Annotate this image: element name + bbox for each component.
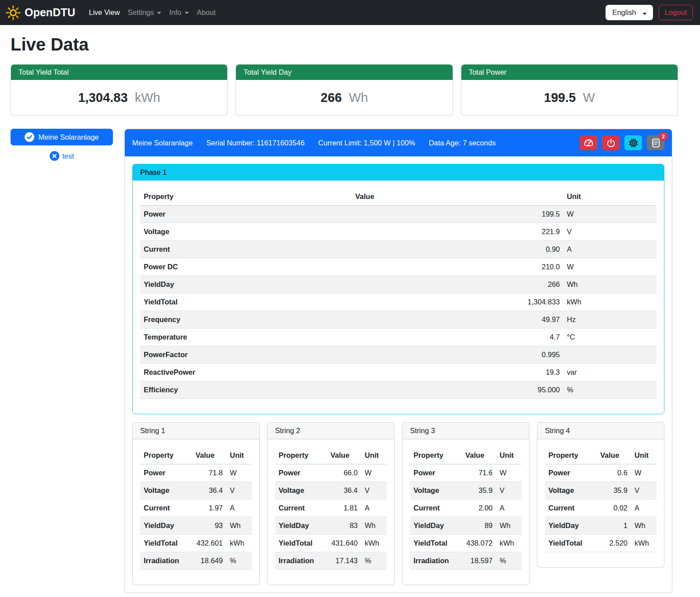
- property-unit: %: [563, 381, 656, 399]
- strings-grid: String 1 Property Value Unit Power71.8WV…: [132, 422, 664, 585]
- property-unit: [563, 346, 656, 364]
- property-name: Current: [545, 499, 597, 517]
- chevron-down-icon: [642, 13, 647, 15]
- sidebar-item-label: Meine Solaranlage: [38, 133, 99, 141]
- summary-card-title: Total Yield Total: [11, 65, 227, 80]
- table-row: Current1.81A: [275, 499, 387, 517]
- property-name: Power: [410, 464, 462, 482]
- column-header-value: Value: [327, 447, 361, 464]
- summary-card-title: Total Yield Day: [236, 65, 452, 80]
- property-unit: kWh: [226, 535, 252, 552]
- property-unit: Wh: [563, 276, 656, 293]
- property-value: 438.072: [462, 535, 496, 552]
- table-row: Irradiation18.597%: [410, 552, 522, 570]
- sidebar-item-selected-inverter[interactable]: Meine Solaranlage: [11, 129, 113, 145]
- sidebar-item-test-inverter[interactable]: test: [11, 151, 113, 161]
- property-name: Power DC: [140, 258, 352, 276]
- language-selected-value: English: [612, 8, 636, 16]
- table-row: Temperature4.7°C: [140, 329, 656, 346]
- string-card: String 2 Property Value Unit Power66.0WV…: [267, 422, 395, 585]
- navbar-right: English Logout: [606, 5, 693, 20]
- property-name: YieldTotal: [545, 535, 597, 552]
- property-unit: A: [361, 499, 387, 517]
- table-row: YieldDay83Wh: [275, 517, 387, 535]
- property-unit: °C: [563, 329, 656, 346]
- nav-item-info[interactable]: Info: [165, 5, 193, 20]
- column-header-value: Value: [192, 447, 226, 464]
- logout-button[interactable]: Logout: [659, 5, 693, 20]
- string-card-title: String 3: [403, 423, 529, 439]
- property-name: Voltage: [140, 482, 192, 499]
- brand[interactable]: OpenDTU: [6, 5, 75, 20]
- summary-card-body: 1,304.83 kWh: [11, 80, 227, 116]
- property-unit: W: [496, 464, 522, 482]
- property-unit: V: [496, 482, 522, 499]
- chevron-down-icon: [185, 12, 189, 14]
- property-unit: W: [563, 206, 656, 223]
- summary-card-total-yield-total: Total Yield Total 1,304.83 kWh: [11, 64, 228, 116]
- language-select[interactable]: English: [606, 5, 653, 20]
- property-value: 71.6: [462, 464, 496, 482]
- property-unit: Wh: [226, 517, 252, 535]
- column-header-unit: Unit: [361, 447, 387, 464]
- property-name: Voltage: [545, 482, 597, 499]
- property-value: 83: [327, 517, 361, 535]
- table-row: Power0.6W: [545, 464, 656, 482]
- property-value: 266: [352, 276, 564, 293]
- table-row: YieldTotal1,304.833kWh: [140, 293, 656, 311]
- property-name: Power: [275, 464, 327, 482]
- device-info-button[interactable]: [624, 135, 642, 150]
- property-unit: var: [563, 364, 656, 381]
- table-row: YieldDay266Wh: [140, 276, 656, 293]
- event-count-badge: 2: [659, 132, 668, 141]
- table-header-row: Property Value Unit: [275, 447, 387, 464]
- nav-item-about[interactable]: About: [193, 5, 220, 20]
- column-header-unit: Unit: [496, 447, 522, 464]
- property-value: 17.143: [327, 552, 361, 570]
- property-value: 1.81: [327, 499, 361, 517]
- table-row: PowerFactor0.995: [140, 346, 656, 364]
- property-unit: V: [361, 482, 387, 499]
- property-unit: W: [563, 258, 656, 276]
- phase-card: Phase 1 Property Value Unit P: [132, 164, 664, 414]
- property-name: YieldTotal: [140, 535, 192, 552]
- event-log-button[interactable]: 2: [647, 135, 664, 150]
- column-header-value: Value: [462, 447, 496, 464]
- property-value: 1,304.833: [352, 293, 564, 311]
- table-row: ReactivePower19.3var: [140, 364, 656, 381]
- property-value: 89: [462, 517, 496, 535]
- property-unit: Wh: [631, 517, 656, 535]
- property-unit: kWh: [563, 293, 656, 311]
- property-name: YieldDay: [275, 517, 327, 535]
- property-name: Voltage: [140, 223, 352, 241]
- column-header-property: Property: [140, 188, 352, 206]
- property-name: Temperature: [140, 329, 352, 346]
- property-value: 19.3: [352, 364, 564, 381]
- string-card-body: Property Value Unit Power66.0WVoltage36.…: [268, 439, 394, 585]
- property-unit: kWh: [631, 535, 656, 552]
- table-row: Power199.5W: [140, 206, 656, 223]
- page-title: Live Data: [11, 35, 689, 54]
- property-name: YieldTotal: [140, 293, 352, 311]
- table-row: Power66.0W: [275, 464, 387, 482]
- property-name: Current: [140, 241, 352, 258]
- inverter-data-age: Data Age: 7 seconds: [429, 139, 496, 147]
- phase-card-body: Property Value Unit Power199.5WVoltage22…: [133, 181, 664, 414]
- nav-item-settings[interactable]: Settings: [124, 5, 166, 20]
- nav-item-live-view[interactable]: Live View: [85, 5, 123, 20]
- power-control-button[interactable]: [602, 135, 620, 150]
- limit-settings-button[interactable]: [580, 135, 597, 150]
- brand-label: OpenDTU: [25, 6, 75, 19]
- table-row: Irradiation17.143%: [275, 552, 387, 570]
- property-value: 71.8: [192, 464, 226, 482]
- table-row: Current0.90A: [140, 241, 656, 258]
- inverter-panel-header: Meine Solaranlage Serial Number: 1161716…: [125, 129, 672, 156]
- inverter-name: Meine Solaranlage: [132, 139, 193, 147]
- property-name: Efficiency: [140, 381, 352, 399]
- string-table: Property Value Unit Power66.0WVoltage36.…: [275, 447, 387, 570]
- property-value: 0.6: [597, 464, 631, 482]
- property-name: Power: [545, 464, 597, 482]
- phase-table-body: Power199.5WVoltage221.9VCurrent0.90APowe…: [140, 206, 656, 399]
- property-name: Irradiation: [410, 552, 462, 570]
- journal-text-icon: [651, 138, 661, 148]
